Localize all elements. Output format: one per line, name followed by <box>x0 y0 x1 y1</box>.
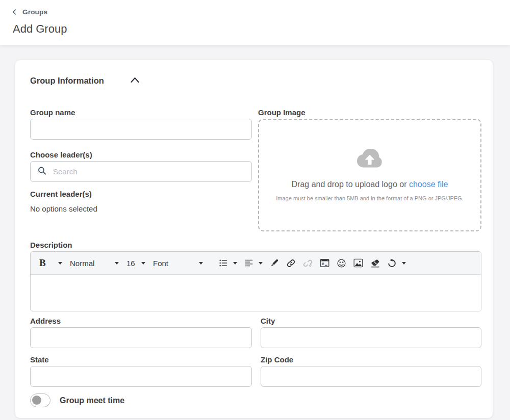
unlink-button[interactable] <box>303 258 313 268</box>
highlight-button[interactable] <box>270 258 279 268</box>
no-options-text: No options selected <box>30 204 252 213</box>
search-icon <box>37 166 47 177</box>
breadcrumb-label[interactable]: Groups <box>22 8 47 16</box>
collapse-section-button[interactable] <box>129 75 141 86</box>
dropzone-drop-text: Drag and drop to upload logo or <box>292 180 407 189</box>
zip-code-label: Zip Code <box>261 355 481 364</box>
image-dropzone[interactable]: Drag and drop to upload logo or choose f… <box>258 119 481 231</box>
group-meet-time-label: Group meet time <box>60 396 124 405</box>
state-zip-row: State Zip Code <box>30 355 481 387</box>
section-title: Group Information <box>30 76 104 86</box>
description-editor: B Normal 16 Font <box>30 251 481 311</box>
leader-search-input[interactable] <box>30 161 252 182</box>
state-label: State <box>30 355 252 364</box>
caret-down-icon <box>259 262 263 265</box>
right-column: Group Image Drag and drop to upload logo… <box>258 108 481 231</box>
paragraph-style-value: Normal <box>70 259 94 268</box>
align-left-icon <box>244 258 253 268</box>
address-field: Address <box>30 317 252 348</box>
left-column: Group name Choose leader(s) Current lead… <box>30 108 252 231</box>
emoji-button[interactable] <box>337 258 346 268</box>
caret-down-icon <box>115 262 119 265</box>
current-leaders-label: Current leader(s) <box>30 190 252 198</box>
group-name-input[interactable] <box>30 119 252 140</box>
city-label: City <box>261 317 481 325</box>
editor-toolbar: B Normal 16 Font <box>31 252 481 275</box>
state-field: State <box>30 355 252 387</box>
bullet-list-icon <box>219 258 228 268</box>
highlight-pen-icon <box>270 258 279 268</box>
description-input[interactable] <box>31 275 481 311</box>
dropzone-hint: Image must be smaller than 5MB and in th… <box>276 195 463 201</box>
leader-search-wrap <box>30 161 252 182</box>
group-information-card: Group Information Group name Choose lead… <box>15 60 493 418</box>
zip-field: Zip Code <box>261 355 481 387</box>
caret-down-icon <box>199 262 203 265</box>
group-meet-time-toggle[interactable] <box>30 393 50 407</box>
undo-icon <box>387 258 397 268</box>
link-button[interactable] <box>286 258 296 268</box>
address-input[interactable] <box>30 327 252 348</box>
group-name-label: Group name <box>30 108 252 117</box>
caret-down-icon <box>58 262 62 265</box>
address-label: Address <box>30 317 252 325</box>
cloud-upload-icon <box>354 149 385 172</box>
bold-icon: B <box>39 257 46 269</box>
font-family-dropdown[interactable]: Font <box>153 259 203 268</box>
choose-file-link[interactable]: choose file <box>409 180 448 189</box>
state-input[interactable] <box>30 366 252 387</box>
city-input[interactable] <box>261 327 481 348</box>
chevron-up-icon <box>130 76 140 85</box>
bold-dropdown[interactable]: B <box>39 257 62 269</box>
choose-leaders-label: Choose leader(s) <box>30 150 252 159</box>
city-field: City <box>261 317 481 348</box>
unlink-icon <box>303 258 313 268</box>
svg-text:#: # <box>322 262 324 266</box>
caret-down-icon <box>233 262 237 265</box>
eraser-icon <box>370 258 380 268</box>
chevron-left-icon <box>11 9 18 15</box>
embed-window-icon: # <box>320 258 329 268</box>
group-image-label: Group Image <box>258 108 481 117</box>
font-size-value: 16 <box>126 259 135 268</box>
dropzone-text: Drag and drop to upload logo or choose f… <box>292 180 448 189</box>
paragraph-style-dropdown[interactable]: Normal <box>70 259 119 268</box>
caret-down-icon <box>141 262 145 265</box>
embed-button[interactable]: # <box>320 258 329 268</box>
group-meet-time-row: Group meet time <box>30 393 481 412</box>
eraser-button[interactable] <box>370 258 380 268</box>
address-city-row: Address City <box>30 317 481 348</box>
breadcrumb[interactable]: Groups <box>11 8 498 16</box>
undo-dropdown[interactable] <box>387 258 406 268</box>
section-header: Group Information <box>30 75 481 86</box>
emoji-smiley-icon <box>337 258 346 268</box>
align-dropdown[interactable] <box>244 258 263 268</box>
zip-code-input[interactable] <box>261 366 481 387</box>
toggle-knob <box>32 396 41 405</box>
font-size-dropdown[interactable]: 16 <box>126 259 145 268</box>
form-grid: Group name Choose leader(s) Current lead… <box>30 108 481 231</box>
description-label: Description <box>30 241 481 249</box>
image-icon <box>353 258 363 268</box>
image-button[interactable] <box>353 258 363 268</box>
link-icon <box>286 258 296 268</box>
caret-down-icon <box>402 262 406 265</box>
page-title: Add Group <box>13 22 498 36</box>
font-family-value: Font <box>153 259 168 268</box>
page-header: Groups Add Group <box>0 0 510 45</box>
list-dropdown[interactable] <box>219 258 237 268</box>
